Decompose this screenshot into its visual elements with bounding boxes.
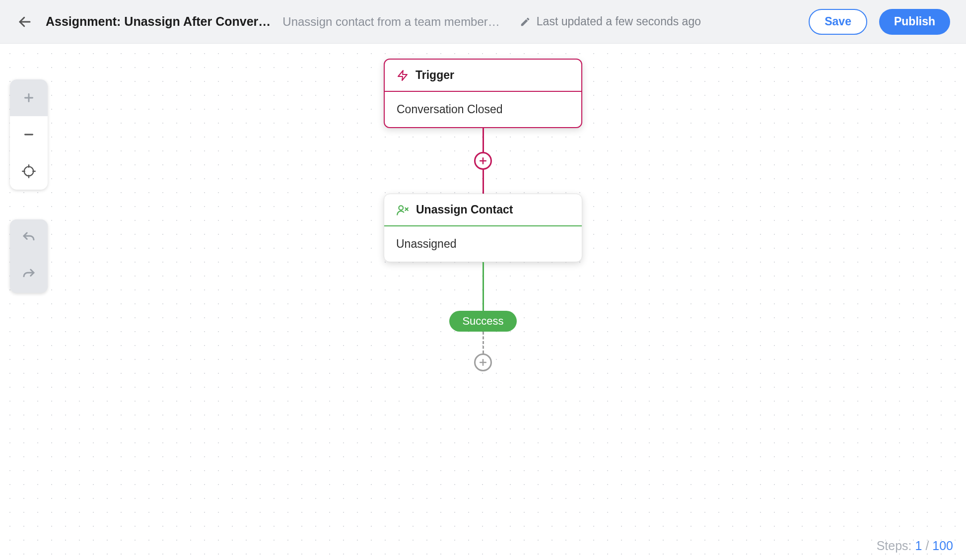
- action-node-body: Unassigned: [384, 226, 582, 262]
- redo-icon: [21, 267, 36, 282]
- undo-icon: [21, 230, 36, 245]
- recenter-button[interactable]: [10, 153, 48, 190]
- pencil-icon: [520, 16, 531, 27]
- connector-dashed: [483, 332, 484, 353]
- steps-sep: /: [925, 539, 929, 553]
- arrow-left-icon: [17, 14, 32, 29]
- action-node-title: Unassign Contact: [416, 203, 513, 216]
- zoom-tool-group: [10, 79, 48, 190]
- flow-column: Trigger Conversation Closed Unassign Con…: [384, 59, 582, 371]
- workflow-canvas[interactable]: Trigger Conversation Closed Unassign Con…: [0, 44, 966, 560]
- connector-segment: [483, 262, 484, 311]
- save-button[interactable]: Save: [809, 9, 867, 35]
- redo-button[interactable]: [10, 256, 48, 293]
- action-node[interactable]: Unassign Contact Unassigned: [384, 194, 582, 262]
- publish-button[interactable]: Publish: [879, 9, 950, 35]
- steps-label: Steps:: [877, 539, 912, 553]
- add-terminal-step-button[interactable]: [474, 353, 492, 371]
- action-node-header: Unassign Contact: [384, 194, 582, 226]
- workflow-title[interactable]: Assignment: Unassign After Conver…: [46, 14, 271, 29]
- minus-icon: [22, 128, 35, 141]
- zoom-out-button[interactable]: [10, 116, 48, 153]
- svg-marker-9: [398, 70, 407, 80]
- back-button[interactable]: [16, 13, 34, 31]
- undo-button[interactable]: [10, 219, 48, 256]
- steps-counter: Steps: 1 / 100: [877, 539, 953, 553]
- last-updated: Last updated a few seconds ago: [520, 15, 701, 28]
- crosshair-icon: [22, 164, 36, 178]
- header-bar: Assignment: Unassign After Conver… Unass…: [0, 0, 966, 44]
- canvas-tool-stack: [10, 79, 48, 293]
- connector-segment: [483, 170, 484, 194]
- steps-current: 1: [915, 539, 922, 553]
- trigger-node-header: Trigger: [385, 60, 581, 92]
- lightning-icon: [397, 70, 409, 81]
- history-tool-group: [10, 219, 48, 293]
- last-updated-text: Last updated a few seconds ago: [537, 15, 701, 28]
- steps-total: 100: [932, 539, 953, 553]
- add-step-button[interactable]: [474, 152, 492, 170]
- connector-segment: [483, 128, 484, 152]
- success-pill: Success: [449, 311, 516, 332]
- svg-point-4: [24, 167, 34, 176]
- trigger-node-body: Conversation Closed: [385, 92, 581, 127]
- plus-icon: [22, 91, 35, 104]
- user-unassign-icon: [396, 204, 409, 216]
- plus-icon: [478, 357, 488, 367]
- zoom-in-button[interactable]: [10, 79, 48, 116]
- plus-icon: [478, 156, 488, 166]
- trigger-node[interactable]: Trigger Conversation Closed: [384, 59, 582, 128]
- svg-point-12: [399, 206, 403, 210]
- workflow-subtitle[interactable]: Unassign contact from a team member…: [282, 15, 500, 29]
- trigger-node-title: Trigger: [415, 69, 454, 82]
